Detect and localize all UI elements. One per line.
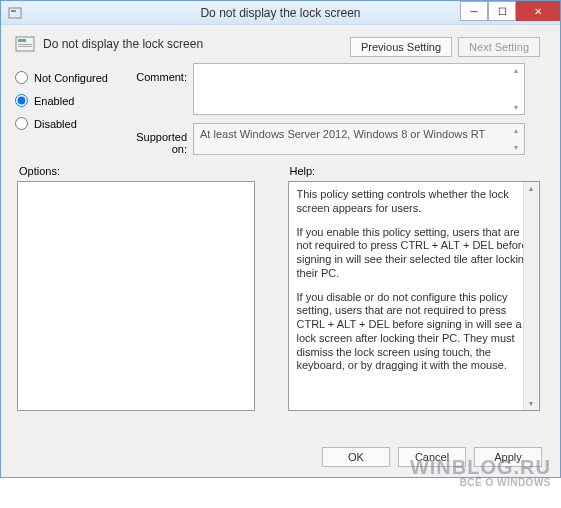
svg-rect-0 <box>9 8 21 18</box>
radio-enabled[interactable]: Enabled <box>15 94 123 107</box>
state-radio-group: Not Configured Enabled Disabled <box>15 63 123 130</box>
next-setting-button[interactable]: Next Setting <box>458 37 540 57</box>
radio-enabled-input[interactable] <box>15 94 28 107</box>
radio-label: Disabled <box>34 118 77 130</box>
comment-label: Comment: <box>123 63 193 115</box>
help-label: Help: <box>288 165 545 177</box>
dialog-footer: OK Cancel Apply <box>322 447 542 467</box>
svg-rect-1 <box>11 10 16 12</box>
svg-rect-4 <box>18 44 32 45</box>
options-label: Options: <box>17 165 274 177</box>
supported-label: Supported on: <box>123 123 193 155</box>
scrollbar-icon: ▴▾ <box>510 126 522 152</box>
window-title: Do not display the lock screen <box>200 6 360 20</box>
previous-setting-button[interactable]: Previous Setting <box>350 37 452 57</box>
cancel-button[interactable]: Cancel <box>398 447 466 467</box>
options-column: Options: <box>17 165 274 411</box>
radio-not-configured-input[interactable] <box>15 71 28 84</box>
help-paragraph: If you disable or do not configure this … <box>297 291 531 374</box>
titlebar: Do not display the lock screen ─ ☐ ✕ <box>1 1 560 25</box>
config-row: Not Configured Enabled Disabled Comment: <box>15 63 546 155</box>
dialog-window: Do not display the lock screen ─ ☐ ✕ Do … <box>0 0 561 478</box>
nav-buttons: Previous Setting Next Setting <box>350 37 540 57</box>
watermark-sub: ВСЁ О WINDOWS <box>410 478 551 489</box>
help-scrollbar[interactable]: ▴▾ <box>523 182 539 410</box>
apply-button[interactable]: Apply <box>474 447 542 467</box>
radio-label: Enabled <box>34 95 74 107</box>
policy-icon <box>7 5 23 21</box>
radio-not-configured[interactable]: Not Configured <box>15 71 123 84</box>
window-controls: ─ ☐ ✕ <box>460 1 560 21</box>
options-box[interactable] <box>17 181 255 411</box>
supported-on-field: At least Windows Server 2012, Windows 8 … <box>193 123 525 155</box>
radio-disabled[interactable]: Disabled <box>15 117 123 130</box>
supported-text: At least Windows Server 2012, Windows 8 … <box>200 128 485 140</box>
radio-disabled-input[interactable] <box>15 117 28 130</box>
ok-button[interactable]: OK <box>322 447 390 467</box>
content-area: Do not display the lock screen Previous … <box>1 25 560 421</box>
comment-textarea[interactable]: ▴▾ <box>193 63 525 115</box>
scrollbar-icon: ▴▾ <box>510 66 522 112</box>
help-paragraph: This policy setting controls whether the… <box>297 188 531 216</box>
close-button[interactable]: ✕ <box>516 1 560 21</box>
help-column: Help: This policy setting controls wheth… <box>288 165 545 411</box>
svg-rect-5 <box>18 46 32 47</box>
radio-label: Not Configured <box>34 72 108 84</box>
svg-rect-3 <box>18 39 26 42</box>
policy-large-icon <box>15 35 35 53</box>
lower-panels: Options: Help: This policy setting contr… <box>15 165 546 411</box>
maximize-button[interactable]: ☐ <box>488 1 516 21</box>
help-box: This policy setting controls whether the… <box>288 181 540 411</box>
help-paragraph: If you enable this policy setting, users… <box>297 226 531 281</box>
minimize-button[interactable]: ─ <box>460 1 488 21</box>
